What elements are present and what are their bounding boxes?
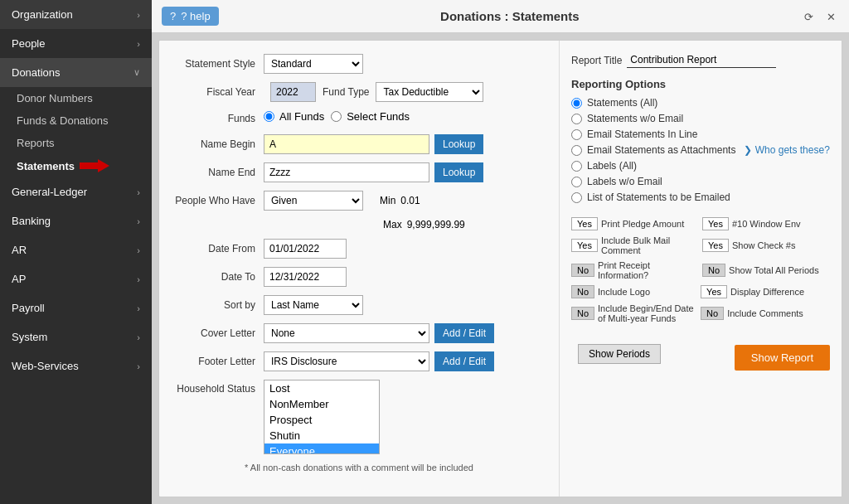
sidebar-item-ar[interactable]: AR ›	[0, 235, 152, 264]
include-begin-end-toggle[interactable]: No	[571, 307, 594, 320]
sidebar-item-reports[interactable]: Reports	[0, 132, 152, 154]
sidebar-item-system[interactable]: System ›	[0, 322, 152, 351]
household-status-listbox[interactable]: Lost NonMember Prospect Shutin Everyone	[264, 380, 380, 454]
statement-style-select[interactable]: Standard	[264, 54, 363, 74]
sidebar-item-payroll[interactable]: Payroll ›	[0, 293, 152, 322]
include-logo-toggle[interactable]: No	[571, 285, 594, 298]
chevron-right-icon: ›	[137, 10, 140, 20]
footer-letter-select[interactable]: IRS Disclosure	[264, 351, 429, 371]
sort-by-select[interactable]: Last Name	[264, 295, 363, 315]
list-item[interactable]: Everyone	[264, 443, 379, 454]
close-button[interactable]: ✕	[823, 7, 839, 26]
show-total-toggle[interactable]: No	[702, 264, 725, 277]
refresh-icon: ⟳	[804, 11, 813, 23]
fund-type-label: Fund Type	[323, 86, 369, 98]
display-difference-label: Display Difference	[730, 287, 830, 297]
sidebar-item-funds-donations[interactable]: Funds & Donations	[0, 109, 152, 132]
sidebar-item-organization[interactable]: Organization ›	[0, 0, 152, 29]
footer-note: * All non-cash donations with a comment …	[172, 463, 546, 472]
date-to-row: Date To	[172, 267, 546, 287]
sidebar-item-general-ledger[interactable]: General-Ledger ›	[0, 177, 152, 206]
name-end-label: Name End	[172, 167, 264, 178]
date-from-input[interactable]	[264, 239, 347, 259]
who-gets-link[interactable]: Who gets these?	[744, 144, 829, 156]
window-env-toggle[interactable]: Yes	[702, 217, 729, 230]
name-end-input[interactable]	[264, 162, 429, 182]
date-from-row: Date From	[172, 239, 546, 259]
max-row: Max 9,999,999.99	[172, 219, 546, 230]
include-comments-toggle[interactable]: No	[701, 307, 724, 320]
name-begin-row: Name Begin Lookup	[172, 134, 546, 154]
chevron-right-icon: ›	[137, 303, 140, 313]
refresh-button[interactable]: ⟳	[801, 7, 817, 26]
select-funds-radio[interactable]	[331, 111, 342, 122]
radio-email-inline[interactable]	[571, 129, 582, 140]
include-begin-end-label: Include Begin/End Date of Multi-year Fun…	[598, 303, 697, 323]
max-label: Max	[383, 219, 402, 230]
print-receipt-toggle[interactable]: No	[571, 264, 594, 277]
name-end-row: Name End Lookup	[172, 162, 546, 182]
title-bar-right: ⟳ ✕	[801, 7, 839, 26]
fiscal-year-input[interactable]	[270, 82, 316, 102]
max-value: 9,999,999.99	[407, 219, 465, 230]
list-item[interactable]: Shutin	[264, 428, 379, 443]
radio-statements-all[interactable]	[571, 98, 582, 109]
display-difference-toggle[interactable]: Yes	[701, 285, 727, 298]
chevron-right-icon: ›	[137, 361, 140, 371]
report-title-label: Report Title	[571, 55, 622, 66]
sidebar-item-banking[interactable]: Banking ›	[0, 206, 152, 235]
name-end-lookup-button[interactable]: Lookup	[434, 162, 483, 182]
chevron-right-icon: ›	[137, 245, 140, 255]
radio-labels-all[interactable]	[571, 161, 582, 172]
list-item[interactable]: Lost	[264, 380, 379, 396]
dialog-body: Statement Style Standard Fiscal Year Fun…	[158, 40, 842, 497]
show-report-button[interactable]: Show Report	[735, 345, 830, 371]
toggle-row-2: Yes Include Bulk Mail Comment Yes Show C…	[571, 235, 830, 255]
report-title-row: Report Title	[571, 52, 830, 68]
household-status-label: Household Status	[172, 380, 264, 395]
radio-email-attachments[interactable]	[571, 145, 582, 156]
bulk-mail-toggle[interactable]: Yes	[571, 239, 598, 252]
sidebar-item-donor-numbers[interactable]: Donor Numbers	[0, 87, 152, 109]
sidebar-item-donations[interactable]: Donations ∨	[0, 58, 152, 87]
cover-letter-label: Cover Letter	[172, 327, 264, 339]
show-check-toggle[interactable]: Yes	[702, 239, 729, 252]
sidebar-item-web-services[interactable]: Web-Services ›	[0, 351, 152, 380]
report-title-input[interactable]	[627, 52, 776, 68]
chevron-right-icon: ›	[137, 274, 140, 284]
reporting-radio-email-attachments: Email Statements as Attachments Who gets…	[571, 144, 830, 156]
sidebar-item-statements[interactable]: Statements	[0, 154, 152, 177]
footer-letter-row: Footer Letter IRS Disclosure Add / Edit	[172, 351, 546, 371]
toggle-row-5: No Include Begin/End Date of Multi-year …	[571, 303, 830, 323]
all-funds-radio-label[interactable]: All Funds	[264, 110, 324, 123]
statement-style-row: Statement Style Standard	[172, 54, 546, 74]
help-button[interactable]: ? ? help	[162, 7, 219, 26]
min-value: 0.01	[400, 195, 420, 206]
print-pledge-toggle[interactable]: Yes	[571, 217, 598, 230]
name-begin-lookup-button[interactable]: Lookup	[434, 134, 483, 154]
date-to-input[interactable]	[264, 267, 347, 287]
radio-labels-wo-email[interactable]	[571, 177, 582, 187]
sidebar-item-ap[interactable]: AP ›	[0, 264, 152, 293]
name-begin-input[interactable]	[264, 134, 429, 154]
min-label: Min	[380, 195, 395, 206]
list-item[interactable]: NonMember	[264, 396, 379, 412]
toggle-row-3: No Print Receipt Information? No Show To…	[571, 260, 830, 280]
name-begin-label: Name Begin	[172, 138, 264, 150]
sidebar-item-people[interactable]: People ›	[0, 29, 152, 58]
select-funds-radio-label[interactable]: Select Funds	[331, 110, 410, 123]
radio-statements-wo-email[interactable]	[571, 114, 582, 124]
all-funds-radio[interactable]	[264, 111, 274, 122]
show-periods-button[interactable]: Show Periods	[578, 344, 661, 364]
footer-letter-add-edit-button[interactable]: Add / Edit	[434, 351, 494, 371]
print-receipt-label: Print Receipt Information?	[598, 260, 699, 280]
radio-list-statements[interactable]	[571, 192, 582, 203]
fund-type-select[interactable]: Tax Deductible	[376, 82, 483, 102]
list-item[interactable]: Prospect	[264, 412, 379, 428]
toggle-grid: Yes Print Pledge Amount Yes #10 Window E…	[571, 217, 830, 328]
people-who-have-select[interactable]: Given	[264, 191, 363, 211]
page-title: Donations : Statements	[219, 9, 801, 23]
cover-letter-select[interactable]: None	[264, 323, 429, 343]
cover-letter-add-edit-button[interactable]: Add / Edit	[434, 323, 494, 343]
show-total-label: Show Total All Periods	[729, 265, 830, 275]
